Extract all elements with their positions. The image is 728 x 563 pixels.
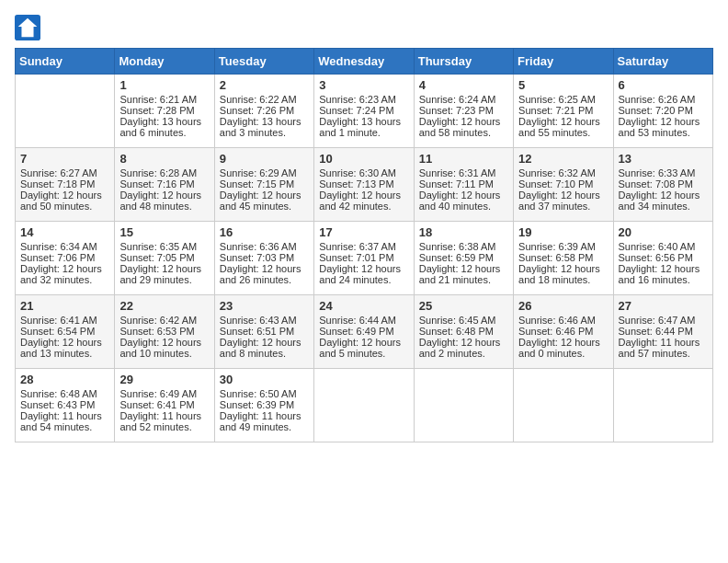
- sunrise-text: Sunrise: 6:40 AM: [619, 241, 708, 252]
- day-number: 23: [220, 299, 309, 313]
- day-number: 15: [119, 225, 209, 239]
- sunrise-text: Sunrise: 6:42 AM: [119, 315, 209, 326]
- daylight-text: Daylight: 12 hours and 58 minutes.: [419, 116, 508, 138]
- sunset-text: Sunset: 6:51 PM: [220, 326, 309, 337]
- sunrise-text: Sunrise: 6:22 AM: [220, 94, 309, 105]
- sunset-text: Sunset: 6:43 PM: [20, 399, 109, 410]
- day-number: 4: [419, 78, 508, 92]
- sunrise-text: Sunrise: 6:31 AM: [419, 167, 508, 178]
- sunrise-text: Sunrise: 6:29 AM: [220, 167, 309, 178]
- sunrise-text: Sunrise: 6:48 AM: [20, 388, 109, 399]
- calendar-cell: [16, 75, 115, 148]
- sunset-text: Sunset: 6:54 PM: [20, 326, 109, 337]
- sunrise-text: Sunrise: 6:33 AM: [619, 167, 708, 178]
- sunrise-text: Sunrise: 6:35 AM: [119, 241, 209, 252]
- sunset-text: Sunset: 7:13 PM: [319, 178, 408, 190]
- sunrise-text: Sunrise: 6:34 AM: [20, 241, 109, 252]
- daylight-text: Daylight: 12 hours and 5 minutes.: [319, 337, 408, 359]
- day-number: 28: [20, 373, 109, 386]
- sunset-text: Sunset: 6:48 PM: [419, 326, 508, 337]
- calendar-cell: 8Sunrise: 6:28 AMSunset: 7:16 PMDaylight…: [115, 148, 214, 222]
- sunrise-text: Sunrise: 6:24 AM: [419, 94, 508, 105]
- calendar-cell: 6Sunrise: 6:26 AMSunset: 7:20 PMDaylight…: [613, 75, 712, 148]
- sunrise-text: Sunrise: 6:38 AM: [419, 241, 508, 252]
- sunset-text: Sunset: 6:49 PM: [319, 326, 408, 337]
- sunset-text: Sunset: 7:21 PM: [518, 105, 608, 116]
- daylight-text: Daylight: 12 hours and 53 minutes.: [619, 116, 708, 138]
- day-number: 9: [220, 152, 309, 166]
- sunrise-text: Sunrise: 6:39 AM: [518, 241, 608, 252]
- sunset-text: Sunset: 6:53 PM: [119, 326, 209, 337]
- daylight-text: Daylight: 13 hours and 1 minute.: [319, 116, 408, 138]
- sunset-text: Sunset: 6:59 PM: [419, 252, 508, 263]
- week-row-2: 14Sunrise: 6:34 AMSunset: 7:06 PMDayligh…: [16, 222, 713, 295]
- page-header: [15, 15, 713, 40]
- daylight-text: Daylight: 12 hours and 18 minutes.: [518, 263, 608, 285]
- sunrise-text: Sunrise: 6:49 AM: [119, 388, 209, 399]
- calendar-cell: [314, 369, 414, 442]
- daylight-text: Daylight: 12 hours and 45 minutes.: [220, 190, 309, 212]
- calendar-cell: [613, 369, 712, 442]
- daylight-text: Daylight: 12 hours and 42 minutes.: [319, 190, 408, 212]
- calendar-cell: 4Sunrise: 6:24 AMSunset: 7:23 PMDaylight…: [414, 75, 513, 148]
- calendar-cell: 19Sunrise: 6:39 AMSunset: 6:58 PMDayligh…: [514, 222, 613, 295]
- calendar-cell: 20Sunrise: 6:40 AMSunset: 6:56 PMDayligh…: [613, 222, 712, 295]
- daylight-text: Daylight: 12 hours and 24 minutes.: [319, 263, 408, 285]
- sunset-text: Sunset: 7:08 PM: [619, 178, 708, 190]
- day-number: 26: [518, 299, 608, 313]
- calendar-cell: 22Sunrise: 6:42 AMSunset: 6:53 PMDayligh…: [115, 295, 214, 369]
- week-row-4: 28Sunrise: 6:48 AMSunset: 6:43 PMDayligh…: [16, 369, 713, 442]
- sunset-text: Sunset: 7:10 PM: [518, 178, 608, 190]
- calendar-cell: 7Sunrise: 6:27 AMSunset: 7:18 PMDaylight…: [16, 148, 115, 222]
- calendar-cell: 23Sunrise: 6:43 AMSunset: 6:51 PMDayligh…: [214, 295, 313, 369]
- sunrise-text: Sunrise: 6:45 AM: [419, 315, 508, 326]
- calendar-cell: 16Sunrise: 6:36 AMSunset: 7:03 PMDayligh…: [214, 222, 313, 295]
- logo-icon: [15, 15, 40, 40]
- weekday-header-tuesday: Tuesday: [214, 49, 313, 75]
- day-number: 1: [119, 78, 209, 92]
- week-row-1: 7Sunrise: 6:27 AMSunset: 7:18 PMDaylight…: [16, 148, 713, 222]
- calendar-cell: 5Sunrise: 6:25 AMSunset: 7:21 PMDaylight…: [514, 75, 613, 148]
- weekday-header-thursday: Thursday: [414, 49, 513, 75]
- weekday-header-sunday: Sunday: [16, 49, 115, 75]
- calendar-cell: 13Sunrise: 6:33 AMSunset: 7:08 PMDayligh…: [613, 148, 712, 222]
- daylight-text: Daylight: 13 hours and 6 minutes.: [119, 116, 209, 138]
- sunrise-text: Sunrise: 6:47 AM: [619, 315, 708, 326]
- day-number: 7: [20, 152, 109, 166]
- calendar-cell: 2Sunrise: 6:22 AMSunset: 7:26 PMDaylight…: [214, 75, 313, 148]
- daylight-text: Daylight: 13 hours and 3 minutes.: [220, 116, 309, 138]
- day-number: 12: [518, 152, 608, 166]
- sunrise-text: Sunrise: 6:44 AM: [319, 315, 408, 326]
- sunset-text: Sunset: 7:28 PM: [119, 105, 209, 116]
- calendar-cell: 29Sunrise: 6:49 AMSunset: 6:41 PMDayligh…: [115, 369, 214, 442]
- daylight-text: Daylight: 12 hours and 40 minutes.: [419, 190, 508, 212]
- calendar-cell: 12Sunrise: 6:32 AMSunset: 7:10 PMDayligh…: [514, 148, 613, 222]
- daylight-text: Daylight: 12 hours and 34 minutes.: [619, 190, 708, 212]
- sunset-text: Sunset: 7:11 PM: [419, 178, 508, 190]
- calendar-cell: 28Sunrise: 6:48 AMSunset: 6:43 PMDayligh…: [16, 369, 115, 442]
- sunset-text: Sunset: 7:06 PM: [20, 252, 109, 263]
- day-number: 19: [518, 225, 608, 239]
- sunset-text: Sunset: 6:39 PM: [220, 399, 309, 410]
- day-number: 11: [419, 152, 508, 166]
- calendar-cell: [414, 369, 513, 442]
- day-number: 22: [119, 299, 209, 313]
- logo: [15, 15, 44, 40]
- sunset-text: Sunset: 6:41 PM: [119, 399, 209, 410]
- calendar-cell: 17Sunrise: 6:37 AMSunset: 7:01 PMDayligh…: [314, 222, 414, 295]
- daylight-text: Daylight: 12 hours and 48 minutes.: [119, 190, 209, 212]
- daylight-text: Daylight: 12 hours and 10 minutes.: [119, 337, 209, 359]
- day-number: 24: [319, 299, 408, 313]
- daylight-text: Daylight: 11 hours and 52 minutes.: [119, 410, 209, 432]
- day-number: 14: [20, 225, 109, 239]
- weekday-header-wednesday: Wednesday: [314, 49, 414, 75]
- daylight-text: Daylight: 12 hours and 13 minutes.: [20, 337, 109, 359]
- sunrise-text: Sunrise: 6:50 AM: [220, 388, 309, 399]
- sunrise-text: Sunrise: 6:46 AM: [518, 315, 608, 326]
- weekday-header-monday: Monday: [115, 49, 214, 75]
- sunrise-text: Sunrise: 6:25 AM: [518, 94, 608, 105]
- sunrise-text: Sunrise: 6:21 AM: [119, 94, 209, 105]
- day-number: 30: [220, 373, 309, 386]
- calendar-cell: 27Sunrise: 6:47 AMSunset: 6:44 PMDayligh…: [613, 295, 712, 369]
- calendar-cell: 1Sunrise: 6:21 AMSunset: 7:28 PMDaylight…: [115, 75, 214, 148]
